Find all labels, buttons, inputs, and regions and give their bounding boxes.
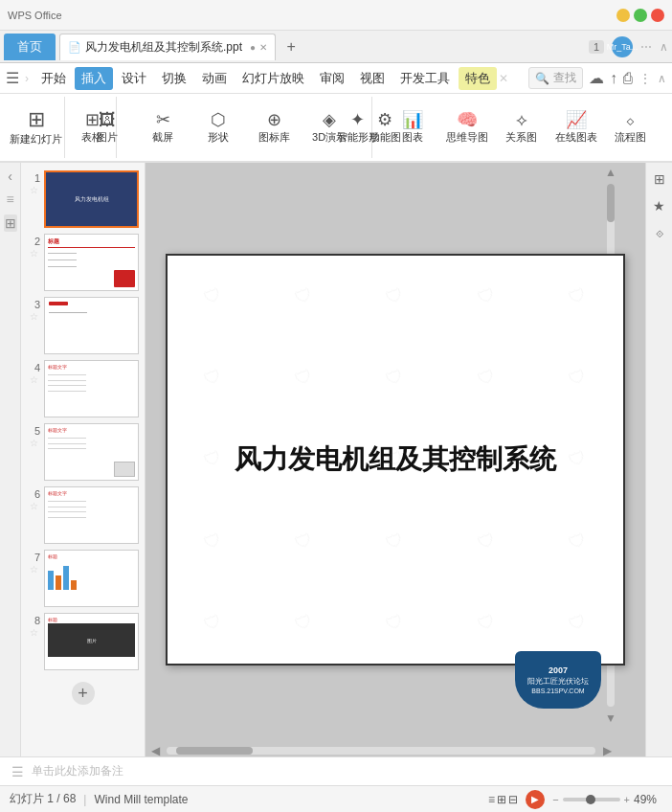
sidebar-icon-2[interactable]: ★ bbox=[650, 195, 668, 216]
mindmap-label: 思维导图 bbox=[446, 130, 488, 145]
chart-button[interactable]: 📊 图表 bbox=[389, 109, 437, 147]
grid-view-icon[interactable]: ⊞ bbox=[497, 793, 506, 806]
menu-devtools[interactable]: 开发工具 bbox=[393, 67, 457, 90]
shapes-icon: ⬡ bbox=[211, 111, 226, 128]
slide-preview-8[interactable]: 标题 图片 bbox=[44, 613, 139, 670]
icon-lib-label: 图标库 bbox=[258, 130, 290, 145]
zoom-slider[interactable] bbox=[563, 798, 620, 801]
cloud-icon[interactable]: ☁ bbox=[589, 69, 604, 87]
h-scroll-thumb[interactable] bbox=[176, 747, 253, 755]
icon-lib-button[interactable]: ⊕ 图标库 bbox=[250, 109, 298, 147]
relation-button[interactable]: ⟡ 关系图 bbox=[498, 109, 546, 147]
menu-slideshow[interactable]: 幻灯片放映 bbox=[235, 67, 311, 90]
slide-preview-5[interactable]: 标题文字 —————————————————————————————— bbox=[44, 423, 139, 481]
scroll-left-button[interactable]: ◀ bbox=[146, 745, 165, 756]
slide-num-5: 5 bbox=[27, 423, 40, 437]
home-tab[interactable]: 首页 bbox=[4, 34, 56, 60]
menu-view[interactable]: 视图 bbox=[353, 67, 392, 90]
play-button[interactable]: ▶ bbox=[526, 790, 545, 809]
scroll-right-button[interactable]: ▶ bbox=[597, 745, 616, 756]
shield-line2: BBS.21SPV.COM bbox=[531, 688, 584, 694]
slide-preview-6[interactable]: 标题文字 ———————————————————————————————————… bbox=[44, 486, 139, 544]
sidebar-icon-3[interactable]: ⟐ bbox=[653, 222, 666, 243]
shield-logo-area: 2007 阳光工匠光伏论坛 BBS.21SPV.COM bbox=[515, 651, 601, 709]
left-panel-controls: ‹ ≡ ⊞ bbox=[0, 163, 21, 756]
tab-close[interactable]: ✕ bbox=[259, 42, 267, 53]
more-menu-icon[interactable]: ⋮ bbox=[638, 71, 652, 86]
zoom-out-button[interactable]: − bbox=[552, 794, 558, 805]
slide-thumb-2[interactable]: 2 ☆ 标题 —————————————————— bbox=[27, 234, 139, 291]
more-button[interactable]: 文 ... bbox=[661, 110, 672, 145]
collapse-panel-icon[interactable]: ‹ bbox=[8, 169, 12, 184]
view-grid-icon[interactable]: ⊞ bbox=[4, 214, 17, 232]
mindmap-button[interactable]: 🧠 思维导图 bbox=[442, 109, 492, 147]
slide-preview-3[interactable]: ———————— bbox=[44, 297, 139, 354]
list-view-icon[interactable]: ≡ bbox=[488, 793, 495, 806]
slide-thumb-8[interactable]: 8 ☆ 标题 图片 bbox=[27, 613, 139, 670]
print-icon[interactable]: ⎙ bbox=[623, 70, 633, 87]
screenshot-button[interactable]: ✂ 截屏 bbox=[139, 109, 187, 147]
add-tab-button[interactable]: + bbox=[280, 35, 302, 58]
file-tab[interactable]: 📄 风力发电机组及其控制系统.ppt ● ✕ bbox=[59, 34, 276, 60]
right-sidebar: ⊞ ★ ⟐ bbox=[645, 163, 672, 756]
slide-star-3: ☆ bbox=[30, 311, 38, 322]
new-slide-button[interactable]: ⊞ 新建幻灯片 bbox=[6, 107, 66, 148]
image-button[interactable]: 🖼 图片 bbox=[83, 109, 131, 147]
add-slide-button[interactable]: + bbox=[72, 682, 95, 705]
minimize-button[interactable] bbox=[616, 9, 630, 22]
wm-6: 🛡 bbox=[156, 324, 270, 432]
slide-thumb-5[interactable]: 5 ☆ 标题文字 —————————————————————————————— bbox=[27, 423, 139, 481]
collapse-icon[interactable]: ∧ bbox=[658, 72, 666, 85]
shapes-button[interactable]: ⬡ 形状 bbox=[194, 109, 242, 147]
menu-animation[interactable]: 动画 bbox=[195, 67, 234, 90]
online-chart-label: 在线图表 bbox=[555, 130, 597, 145]
zoom-thumb bbox=[586, 795, 595, 804]
slide-3-bar bbox=[49, 302, 68, 305]
menu-toggle[interactable]: ☰ bbox=[6, 69, 19, 87]
file-tab-label: 风力发电机组及其控制系统.ppt bbox=[85, 39, 242, 56]
slide-thumb-3[interactable]: 3 ☆ ———————— bbox=[27, 297, 139, 354]
online-chart-button[interactable]: 📈 在线图表 bbox=[551, 109, 601, 147]
horizontal-scrollbar[interactable]: ◀ ▶ bbox=[146, 745, 616, 756]
smart-shape-button[interactable]: ✦ 智能形形 bbox=[333, 109, 383, 147]
outline-view-icon[interactable]: ⊟ bbox=[508, 793, 518, 806]
flowchart-button[interactable]: ⬦ 流程图 bbox=[607, 109, 655, 147]
note-placeholder[interactable]: 单击此处添加备注 bbox=[32, 763, 123, 779]
slide-thumb-1[interactable]: 1 ☆ 风力发电机组 bbox=[27, 170, 139, 228]
menu-design[interactable]: 设计 bbox=[115, 67, 153, 90]
sidebar-icon-1[interactable]: ⊞ bbox=[651, 169, 668, 190]
shield-year: 2007 bbox=[549, 665, 568, 675]
slide-thumb-4[interactable]: 4 ☆ 标题文字 ———————————————————————————————… bbox=[27, 360, 139, 417]
online-chart-icon: 📈 bbox=[566, 111, 587, 128]
scroll-up-button[interactable]: ▲ bbox=[605, 163, 616, 182]
menu-review[interactable]: 审阅 bbox=[313, 67, 351, 90]
menu-special[interactable]: 特色 bbox=[459, 67, 497, 90]
slide-preview-4[interactable]: 标题文字 ———————————————————————————————————… bbox=[44, 360, 139, 417]
slide-preview-2[interactable]: 标题 —————————————————— bbox=[44, 234, 139, 291]
share-icon[interactable]: ↑ bbox=[610, 70, 617, 87]
zoom-in-button[interactable]: + bbox=[624, 794, 630, 805]
slide-main-title: 风力发电机组及其控制系统 bbox=[235, 441, 556, 478]
search-box[interactable]: 🔍 查找 bbox=[528, 67, 583, 89]
screenshot-label: 截屏 bbox=[152, 130, 173, 145]
slide-thumb-6[interactable]: 6 ☆ 标题文字 ———————————————————————————————… bbox=[27, 486, 139, 544]
slide-preview-1[interactable]: 风力发电机组 bbox=[44, 170, 139, 228]
slide-preview-7[interactable]: 标题 bbox=[44, 550, 139, 607]
slide-7-chart bbox=[48, 561, 135, 590]
menu-start[interactable]: 开始 bbox=[34, 67, 73, 90]
more-options-icon[interactable]: ⋯ bbox=[640, 40, 652, 54]
status-right: ≡ ⊞ ⊟ ▶ − + 49% bbox=[488, 790, 662, 809]
menu-transition[interactable]: 切换 bbox=[155, 67, 193, 90]
view-list-icon[interactable]: ≡ bbox=[6, 192, 13, 207]
shield-logo: 2007 阳光工匠光伏论坛 BBS.21SPV.COM bbox=[515, 651, 601, 709]
slide-thumb-7[interactable]: 7 ☆ 标题 bbox=[27, 550, 139, 607]
scroll-down-button[interactable]: ▼ bbox=[605, 709, 616, 728]
expand-icon[interactable]: ∧ bbox=[660, 40, 668, 54]
menu-insert[interactable]: 插入 bbox=[75, 67, 113, 90]
scroll-thumb[interactable] bbox=[607, 184, 615, 222]
close-button[interactable] bbox=[651, 9, 664, 22]
slide-8-img-text: 图片 bbox=[87, 638, 97, 643]
maximize-button[interactable] bbox=[634, 9, 647, 22]
slide-6-content: 标题文字 ———————————————————————————————————… bbox=[45, 487, 138, 543]
slide-6-lines: ———————————————————————————————————————— bbox=[48, 498, 135, 519]
